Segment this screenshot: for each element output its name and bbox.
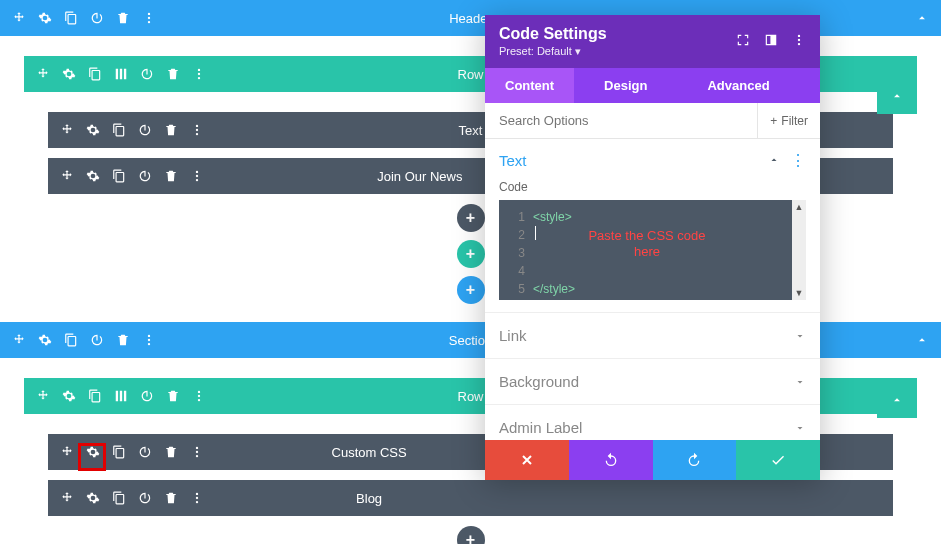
gear-icon[interactable] — [38, 11, 52, 25]
trash-icon[interactable] — [166, 67, 180, 81]
columns-icon[interactable] — [114, 67, 128, 81]
scrollbar[interactable]: ▲ ▼ — [792, 200, 806, 300]
gear-icon[interactable] — [38, 333, 52, 347]
power-icon[interactable] — [140, 67, 154, 81]
power-icon[interactable] — [138, 445, 152, 459]
svg-point-15 — [198, 391, 200, 393]
svg-point-19 — [196, 451, 198, 453]
move-icon[interactable] — [36, 67, 50, 81]
svg-point-0 — [148, 13, 150, 15]
svg-point-24 — [798, 34, 800, 36]
tab-advanced[interactable]: Advanced — [687, 68, 789, 103]
expand-icon[interactable] — [736, 33, 750, 51]
power-icon[interactable] — [90, 333, 104, 347]
svg-point-8 — [196, 133, 198, 135]
code-label: Code — [499, 180, 806, 194]
accordion-admin-label[interactable]: Admin Label — [485, 404, 820, 440]
row-toolbar — [36, 389, 206, 403]
collapse-icon[interactable] — [915, 11, 929, 25]
add-module-button[interactable]: + — [457, 204, 485, 232]
cancel-button[interactable] — [485, 440, 569, 480]
add-row-button[interactable]: + — [457, 240, 485, 268]
power-icon[interactable] — [90, 11, 104, 25]
module-blog-bar[interactable]: Blog — [48, 480, 893, 516]
more-icon[interactable] — [142, 11, 156, 25]
power-icon[interactable] — [138, 491, 152, 505]
tab-design[interactable]: Design — [584, 68, 667, 103]
move-icon[interactable] — [60, 491, 74, 505]
move-icon[interactable] — [60, 445, 74, 459]
module-label: Join Our News — [377, 169, 462, 184]
trash-icon[interactable] — [164, 445, 178, 459]
row-label: Row — [457, 67, 483, 82]
svg-point-10 — [196, 175, 198, 177]
power-icon[interactable] — [140, 389, 154, 403]
trash-icon[interactable] — [116, 333, 130, 347]
trash-icon[interactable] — [116, 11, 130, 25]
code-editor[interactable]: 1<style> 2 3 4 5</style> Paste the CSS c… — [499, 200, 806, 300]
more-icon[interactable] — [192, 389, 206, 403]
trash-icon[interactable] — [164, 123, 178, 137]
trash-icon[interactable] — [166, 389, 180, 403]
more-icon[interactable] — [190, 123, 204, 137]
filter-button[interactable]: + Filter — [757, 103, 820, 138]
row-collapse-button[interactable] — [877, 78, 917, 114]
chevron-up-icon[interactable] — [768, 152, 780, 170]
add-section-button[interactable]: + — [457, 276, 485, 304]
move-icon[interactable] — [12, 333, 26, 347]
svg-point-17 — [198, 399, 200, 401]
gear-icon[interactable] — [62, 67, 76, 81]
add-module-button[interactable]: + — [457, 526, 485, 544]
collapse-icon[interactable] — [915, 333, 929, 347]
search-input[interactable] — [485, 103, 757, 138]
trash-icon[interactable] — [164, 169, 178, 183]
svg-point-9 — [196, 171, 198, 173]
svg-point-1 — [148, 17, 150, 19]
undo-button[interactable] — [569, 440, 653, 480]
row-collapse-button[interactable] — [877, 382, 917, 418]
svg-point-21 — [196, 493, 198, 495]
trash-icon[interactable] — [164, 491, 178, 505]
svg-point-11 — [196, 179, 198, 181]
modal-header[interactable]: Code Settings Preset: Default ▾ — [485, 15, 820, 68]
more-icon[interactable] — [792, 33, 806, 51]
redo-button[interactable] — [653, 440, 737, 480]
duplicate-icon[interactable] — [88, 389, 102, 403]
duplicate-icon[interactable] — [64, 333, 78, 347]
duplicate-icon[interactable] — [64, 11, 78, 25]
power-icon[interactable] — [138, 123, 152, 137]
save-button[interactable] — [736, 440, 820, 480]
move-icon[interactable] — [36, 389, 50, 403]
accordion-link[interactable]: Link — [485, 312, 820, 358]
gear-icon[interactable] — [62, 389, 76, 403]
move-icon[interactable] — [60, 123, 74, 137]
text-group-title[interactable]: Text — [499, 152, 527, 169]
more-icon[interactable]: ⋮ — [790, 151, 806, 170]
duplicate-icon[interactable] — [112, 169, 126, 183]
power-icon[interactable] — [138, 169, 152, 183]
columns-icon[interactable] — [114, 389, 128, 403]
modal-preset[interactable]: Preset: Default ▾ — [499, 45, 607, 58]
svg-point-13 — [148, 339, 150, 341]
more-icon[interactable] — [192, 67, 206, 81]
svg-point-18 — [196, 447, 198, 449]
modal-title: Code Settings — [499, 25, 607, 43]
move-icon[interactable] — [12, 11, 26, 25]
duplicate-icon[interactable] — [88, 67, 102, 81]
more-icon[interactable] — [190, 445, 204, 459]
gear-icon[interactable] — [86, 123, 100, 137]
svg-point-4 — [198, 73, 200, 75]
more-icon[interactable] — [190, 169, 204, 183]
duplicate-icon[interactable] — [112, 491, 126, 505]
accordion-background[interactable]: Background — [485, 358, 820, 404]
move-icon[interactable] — [60, 169, 74, 183]
duplicate-icon[interactable] — [112, 123, 126, 137]
gear-icon[interactable] — [86, 491, 100, 505]
more-icon[interactable] — [190, 491, 204, 505]
panel-icon[interactable] — [764, 33, 778, 51]
svg-point-26 — [798, 42, 800, 44]
tab-content[interactable]: Content — [485, 68, 574, 103]
duplicate-icon[interactable] — [112, 445, 126, 459]
more-icon[interactable] — [142, 333, 156, 347]
gear-icon[interactable] — [86, 169, 100, 183]
